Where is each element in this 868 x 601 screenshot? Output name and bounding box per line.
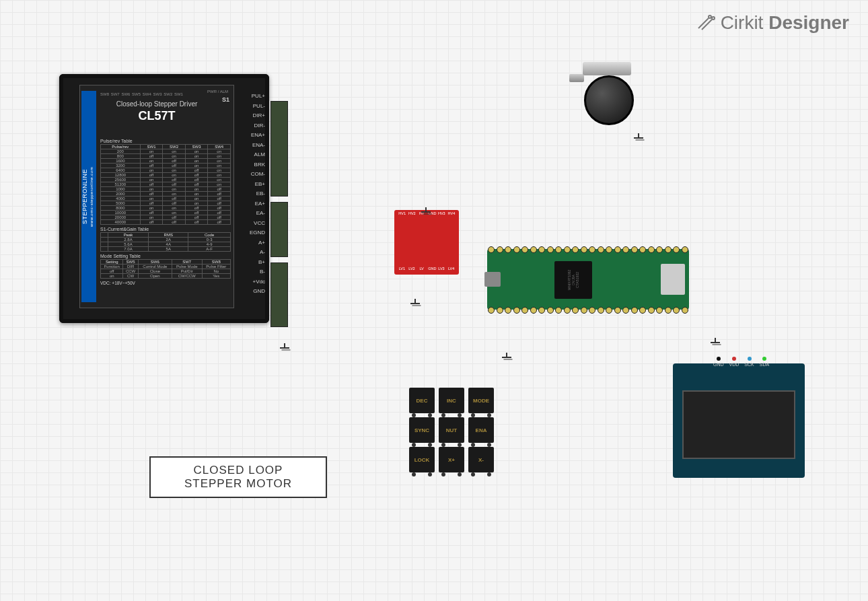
key-sync[interactable]: SYNC (409, 417, 435, 443)
svg-point-0 (709, 15, 711, 18)
encoder-shaft-icon (569, 74, 584, 82)
mcu-chip: MIMXRT1062DVJ6ACTAB1932 (554, 261, 592, 299)
key-mode[interactable]: MODE (468, 388, 494, 413)
oled-display[interactable]: GNDVDDSCKSDA (673, 363, 805, 478)
s1-label: S1 (222, 96, 229, 103)
ground-symbol-icon (280, 343, 289, 353)
key-nut[interactable]: NUT (439, 417, 464, 443)
ground-symbol-icon (634, 133, 643, 143)
key-ena[interactable]: ENA (468, 417, 494, 443)
key-x-[interactable]: X- (468, 447, 494, 472)
motor-label-box: CLOSED LOOP STEPPER MOTOR (149, 456, 327, 498)
keypad: DECINCMODESYNCNUTENALOCKX+X- (409, 388, 497, 472)
level-shifter[interactable]: HV1HV2HVGNDHV3HV4 LV1LV2LVGNDLV3LV4 (394, 210, 459, 284)
oled-pins: GNDVDDSCKSDA (713, 357, 769, 367)
usb-connector-icon (484, 272, 501, 287)
motor-label-l1: CLOSED LOOP (194, 464, 283, 477)
sd-slot-icon (661, 264, 685, 295)
logo-text: Cirkit Designer (721, 12, 849, 34)
app-logo: Cirkit Designer (696, 12, 849, 34)
key-dec[interactable]: DEC (409, 388, 435, 413)
key-inc[interactable]: INC (439, 388, 464, 413)
dip-switch-labels: SW8SW7SW6SW5SW4SW3SW2SW1 (100, 90, 183, 99)
stepper-driver[interactable]: STEPPERONLINEwww.omc-stepperonline.com S… (59, 74, 269, 323)
oled-screen (682, 390, 795, 459)
driver-model: CL57T (80, 109, 233, 123)
svg-point-1 (712, 17, 715, 20)
ground-symbol-icon (421, 207, 431, 217)
ground-symbol-icon (410, 299, 420, 308)
key-lock[interactable]: LOCK (409, 447, 435, 472)
driver-brand: STEPPERONLINEwww.omc-stepperonline.com (81, 91, 96, 302)
driver-terminals[interactable] (270, 101, 288, 332)
ground-symbol-icon (502, 353, 511, 362)
motor-label-l2: STEPPER MOTOR (184, 477, 292, 491)
driver-tables: Pulse/rev Table Pulse/revSW1SW2SW3SW4200… (100, 137, 231, 285)
pwr-alm-label: PWR / ALM (207, 90, 228, 94)
logo-icon (696, 13, 715, 32)
driver-faceplate: STEPPERONLINEwww.omc-stepperonline.com S… (79, 85, 234, 308)
ground-symbol-icon (711, 338, 720, 347)
key-x+[interactable]: X+ (439, 447, 464, 472)
rotary-encoder[interactable] (579, 62, 635, 127)
teensy-mcu[interactable]: MIMXRT1062DVJ6ACTAB1932 (487, 249, 689, 310)
driver-title: Closed-loop Stepper Driver (80, 100, 233, 108)
driver-pin-labels: PUL+PUL-DIR+DIR-ENA+ENA-ALMBRKCOM-EB+EB-… (237, 92, 268, 297)
